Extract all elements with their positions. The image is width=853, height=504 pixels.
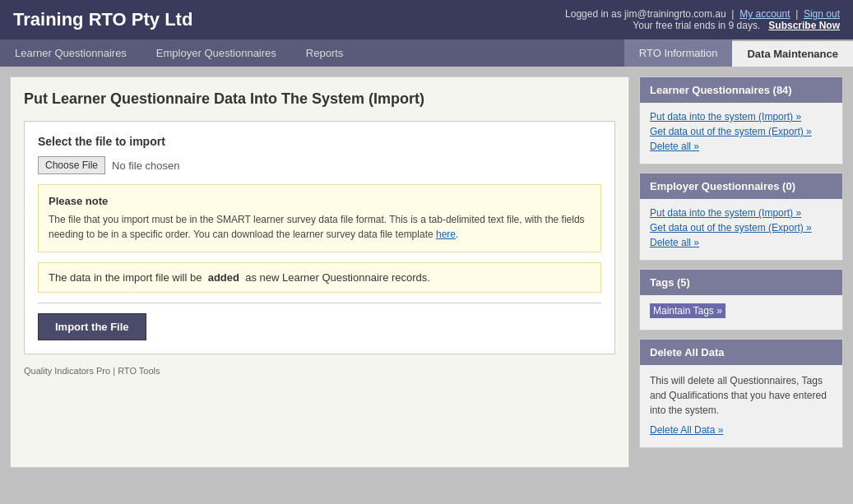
- my-account-link[interactable]: My account: [739, 8, 790, 20]
- sign-out-link[interactable]: Sign out: [804, 8, 840, 20]
- file-input-row: Choose File No file chosen: [38, 156, 601, 174]
- content-area: Put Learner Questionnaire Data Into The …: [10, 76, 629, 468]
- tags-section-body: Maintain Tags »: [640, 295, 842, 330]
- please-note-box: Please note The file that you import mus…: [38, 184, 601, 252]
- please-note-title: Please note: [49, 195, 591, 207]
- import-the-file-button[interactable]: Import the File: [38, 313, 146, 340]
- tags-section-header: Tags (5): [640, 270, 842, 295]
- navigation: Learner Questionnaires Employer Question…: [0, 39, 853, 67]
- page-title: Put Learner Questionnaire Data Into The …: [24, 90, 615, 108]
- added-notice: The data in the import file will be adde…: [38, 262, 601, 293]
- lq-section-body: Put data into the system (Import) » Get …: [640, 103, 842, 164]
- delete-all-data-link[interactable]: Delete All Data »: [650, 424, 832, 436]
- logged-in-text: Logged in as jim@trainingrto.com.au: [565, 8, 726, 20]
- user-info-block: Logged in as jim@trainingrto.com.au | My…: [565, 8, 840, 31]
- eq-section-header: Employer Questionnaires (0): [640, 173, 842, 199]
- trial-text: Your free trial ends in 9 days.: [633, 20, 760, 31]
- app-title: Training RTO Pty Ltd: [13, 9, 192, 30]
- eq-export-link[interactable]: Get data out of the system (Export) »: [650, 222, 832, 234]
- lq-delete-link[interactable]: Delete all »: [650, 141, 832, 152]
- page-footer: Quality Indicators Pro | RTO Tools: [24, 363, 615, 379]
- nav-left: Learner Questionnaires Employer Question…: [0, 39, 358, 67]
- delete-all-description: This will delete all Questionnaires, Tag…: [650, 373, 832, 418]
- form-divider: [38, 303, 601, 303]
- added-notice-suffix: as new Learner Questionnaire records.: [245, 271, 430, 284]
- please-note-text: The file that you import must be in the …: [49, 212, 591, 242]
- no-file-text: No file chosen: [112, 160, 179, 172]
- lq-export-link[interactable]: Get data out of the system (Export) »: [650, 126, 832, 137]
- please-note-body: The file that you import must be in the …: [49, 214, 585, 240]
- sidebar: Learner Questionnaires (84) Put data int…: [639, 76, 843, 468]
- sidebar-delete-all: Delete All Data This will delete all Que…: [639, 339, 843, 448]
- sidebar-employer-questionnaires: Employer Questionnaires (0) Put data int…: [639, 173, 843, 261]
- here-link[interactable]: here: [436, 229, 456, 240]
- reports-tab[interactable]: Reports: [291, 39, 359, 67]
- data-maintenance-tab[interactable]: Data Maintenance: [732, 39, 853, 67]
- rto-information-tab[interactable]: RTO Information: [624, 39, 733, 67]
- subscribe-link[interactable]: Subscribe Now: [768, 20, 840, 31]
- employer-questionnaires-tab[interactable]: Employer Questionnaires: [141, 39, 291, 67]
- lq-import-link[interactable]: Put data into the system (Import) »: [650, 111, 832, 123]
- eq-import-link[interactable]: Put data into the system (Import) »: [650, 207, 832, 219]
- added-word: added: [208, 271, 239, 284]
- maintain-tags-link[interactable]: Maintain Tags »: [650, 303, 726, 318]
- select-file-label: Select the file to import: [38, 135, 601, 148]
- nav-right: RTO Information Data Maintenance: [624, 39, 853, 67]
- delete-all-section-header: Delete All Data: [640, 340, 842, 365]
- delete-all-section-body: This will delete all Questionnaires, Tag…: [640, 365, 842, 447]
- choose-file-button[interactable]: Choose File: [38, 156, 105, 174]
- sidebar-learner-questionnaires: Learner Questionnaires (84) Put data int…: [639, 76, 843, 164]
- import-form: Select the file to import Choose File No…: [24, 121, 615, 354]
- header: Training RTO Pty Ltd Logged in as jim@tr…: [0, 0, 853, 39]
- sidebar-tags: Tags (5) Maintain Tags »: [639, 269, 843, 331]
- added-notice-prefix: The data in the import file will be: [49, 271, 202, 284]
- learner-questionnaires-tab[interactable]: Learner Questionnaires: [0, 39, 141, 67]
- eq-delete-link[interactable]: Delete all »: [650, 237, 832, 248]
- eq-section-body: Put data into the system (Import) » Get …: [640, 199, 842, 260]
- lq-section-header: Learner Questionnaires (84): [640, 77, 842, 103]
- main-layout: Put Learner Questionnaire Data Into The …: [0, 67, 853, 478]
